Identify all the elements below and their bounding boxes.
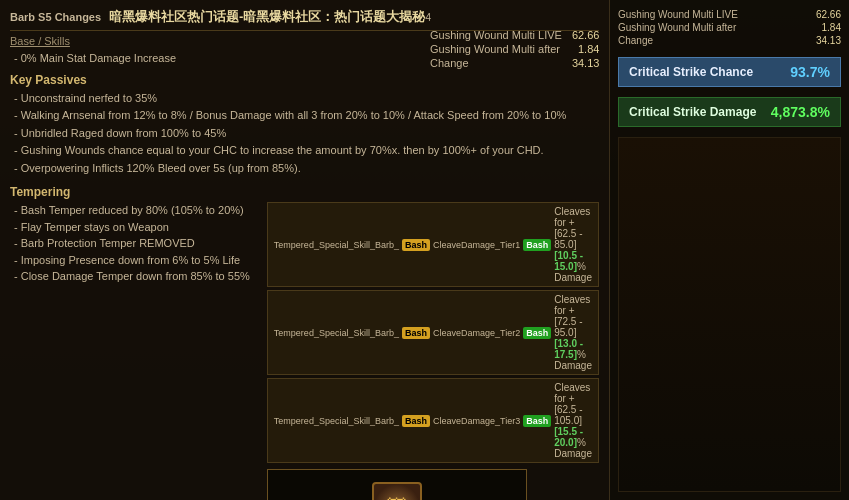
item-card: 🛡 Barbarian Protection Legendary +[3 - 4… [267,469,527,500]
right-gushing-label-2: Change [618,35,653,46]
gushing-stat-label-0: Gushing Wound Multi LIVE [430,29,562,41]
passive-2: - Unbridled Raged down from 100% to 45% [10,125,599,143]
key-passives-label: Key Passives [10,73,599,87]
right-gushing-label-1: Gushing Wound Multi after [618,22,736,33]
crit-chance-value: 93.7% [790,64,830,80]
right-gushing-val-2: 34.13 [816,35,841,46]
right-gushing-row-1: Gushing Wound Multi after 1.84 [618,21,841,34]
temper-mid-0: CleaveDamage_Tier1 [433,240,520,250]
tempering-label: Tempering [10,185,599,199]
temper-badge1-1: Bash [402,327,430,339]
tempering-content: - Bash Temper reduced by 80% (105% to 20… [10,202,599,500]
temper-left-2: - Barb Protection Temper REMOVED [10,235,259,252]
right-gushing-val-1: 1.84 [822,22,841,33]
right-game-scene [618,137,841,492]
gushing-stat-0: Gushing Wound Multi LIVE 62.66 [430,28,599,42]
temper-prefix-2: Tempered_Special_Skill_Barb_ [274,416,399,426]
tempering-left-list: - Bash Temper reduced by 80% (105% to 20… [10,202,259,500]
temper-badge2-1: Bash [523,327,551,339]
crit-damage-inner: Critical Strike Damage 4,873.8% [629,104,830,120]
temper-prefix-0: Tempered_Special_Skill_Barb_ [274,240,399,250]
main-container: Barb S5 Changes 暗黑爆料社区热门话题-暗黑爆料社区：热门话题大揭… [0,0,849,500]
left-panel: Barb S5 Changes 暗黑爆料社区热门话题-暗黑爆料社区：热门话题大揭… [0,0,610,500]
crit-damage-panel: Critical Strike Damage 4,873.8% [618,97,841,127]
tempering-right-rows: Tempered_Special_Skill_Barb_ Bash Cleave… [267,202,599,500]
gushing-stat-label-1: Gushing Wound Multi after [430,43,560,55]
gushing-stat-val-1: 1.84 [578,43,599,55]
passive-3: - Gushing Wounds chance equal to your CH… [10,142,599,160]
temper-badge2-0: Bash [523,239,551,251]
header-title: Barb S5 Changes [10,11,101,23]
temper-mid-2: CleaveDamage_Tier3 [433,416,520,426]
crit-chance-inner: Critical Strike Chance 93.7% [629,64,830,80]
tab-number: 4 [425,12,431,23]
crit-chance-label: Critical Strike Chance [629,65,753,79]
temper-left-0: - Bash Temper reduced by 80% (105% to 20… [10,202,259,219]
right-gushing-row-0: Gushing Wound Multi LIVE 62.66 [618,8,841,21]
item-icon-graphic: 🛡 [372,482,422,500]
header-link[interactable]: 暗黑爆料社区热门话题-暗黑爆料社区：热门话题大揭秘 [109,8,425,26]
key-passives-section: Key Passives - Unconstraind nerfed to 35… [10,73,599,178]
temper-suffix-text-1: Cleaves for +[72.5 - 95.0] [13.0 - 17.5]… [554,294,592,371]
passives-list: - Unconstraind nerfed to 35% - Walking A… [10,90,599,178]
right-gushing-row-2: Change 34.13 [618,34,841,47]
right-gushing-label-0: Gushing Wound Multi LIVE [618,9,738,20]
crit-chance-panel: Critical Strike Chance 93.7% [618,57,841,87]
passive-1: - Walking Arnsenal from 12% to 8% / Bonu… [10,107,599,125]
temper-row-1: Tempered_Special_Skill_Barb_ Bash Cleave… [267,290,599,375]
gushing-stats: Gushing Wound Multi LIVE 62.66 Gushing W… [430,28,599,70]
gushing-stat-val-0: 62.66 [572,29,600,41]
temper-suffix-text-2: Cleaves for +[62.5 - 105.0] [15.5 - 20.0… [554,382,592,459]
temper-suffix-text-0: Cleaves for +[62.5 - 85.0] [10.5 - 15.0]… [554,206,592,283]
temper-badge1-0: Bash [402,239,430,251]
passive-4: - Overpowering Inflicts 120% Bleed over … [10,160,599,178]
temper-left-1: - Flay Temper stays on Weapon [10,219,259,236]
right-gushing-stats: Gushing Wound Multi LIVE 62.66 Gushing W… [618,8,841,47]
temper-badge2-2: Bash [523,415,551,427]
temper-left-3: - Imposing Presence down from 6% to 5% L… [10,252,259,269]
crit-damage-label: Critical Strike Damage [629,105,756,119]
temper-left-4: - Close Damage Temper down from 85% to 5… [10,268,259,285]
right-panel: Gushing Wound Multi LIVE 62.66 Gushing W… [610,0,849,500]
temper-badge1-2: Bash [402,415,430,427]
right-gushing-val-0: 62.66 [816,9,841,20]
temper-prefix-1: Tempered_Special_Skill_Barb_ [274,328,399,338]
temper-row-0: Tempered_Special_Skill_Barb_ Bash Cleave… [267,202,599,287]
gushing-stat-label-2: Change [430,57,469,69]
temper-mid-1: CleaveDamage_Tier2 [433,328,520,338]
gushing-stat-1: Gushing Wound Multi after 1.84 [430,42,599,56]
item-icon: 🛡 [284,482,510,500]
temper-row-2: Tempered_Special_Skill_Barb_ Bash Cleave… [267,378,599,463]
passive-0: - Unconstraind nerfed to 35% [10,90,599,108]
tempering-section: Tempering - Bash Temper reduced by 80% (… [10,185,599,500]
gushing-stat-val-2: 34.13 [572,57,600,69]
gushing-stat-2: Change 34.13 [430,56,599,70]
crit-damage-value: 4,873.8% [771,104,830,120]
